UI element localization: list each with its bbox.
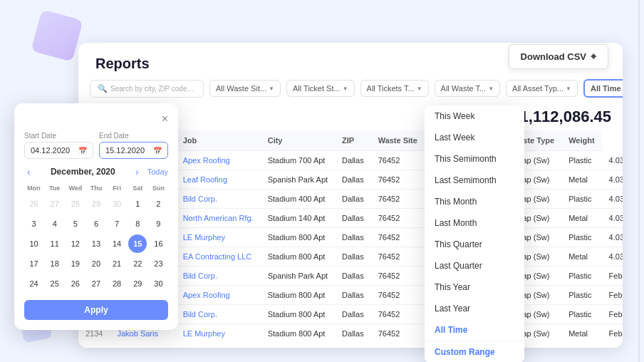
cal-day[interactable]: 12	[66, 234, 85, 253]
cal-day[interactable]: 29	[87, 195, 105, 213]
cal-day[interactable]: 30	[108, 195, 126, 213]
cal-day[interactable]: 11	[46, 234, 64, 253]
waste-site-filter[interactable]: All Waste Sit... ▼	[209, 80, 281, 97]
time-option-last-quarter[interactable]: Last Quarter	[425, 255, 524, 276]
search-placeholder: Search by city, ZIP code, job name, addr…	[110, 85, 196, 93]
end-date-value: 15.12.2020	[105, 146, 145, 155]
download-csv-button[interactable]: Download CSV ⌖	[509, 44, 608, 69]
day-header-thu: Thu	[86, 183, 105, 193]
cell-city-job: Spanish Park Apt	[261, 170, 335, 190]
cal-day[interactable]: 6	[87, 214, 105, 233]
cell-job[interactable]: Bild Corp.	[176, 190, 261, 209]
cell-waste-type: Plastic	[561, 286, 601, 305]
ticket-status-filter[interactable]: All Ticket St... ▼	[286, 80, 355, 97]
cal-day[interactable]: 4	[46, 214, 64, 233]
cell-zip: 76452	[371, 151, 425, 170]
time-option-last-week[interactable]: Last Week	[425, 127, 524, 148]
cell-job[interactable]: North American Rfg.	[176, 209, 261, 228]
cal-day[interactable]: 5	[66, 214, 85, 233]
cal-day[interactable]: 26	[25, 195, 43, 213]
time-filter[interactable]: All Time ▲	[583, 79, 623, 98]
cal-day[interactable]: 13	[87, 234, 105, 253]
cal-day[interactable]: 26	[66, 274, 85, 293]
cal-day[interactable]: 1	[128, 195, 147, 213]
asset-type-filter[interactable]: All Asset Typ... ▼	[506, 80, 578, 97]
cell-city: Dallas	[335, 286, 371, 305]
cell-zip: 76452	[371, 209, 425, 228]
cal-day[interactable]: 24	[25, 274, 43, 293]
day-header-wed: Wed	[66, 183, 85, 193]
start-date-value: 04.12.2020	[31, 146, 70, 155]
cell-job[interactable]: Apex Roofing	[176, 286, 261, 305]
cell-city: Dallas	[335, 267, 371, 286]
cell-weight: Feb 8, 2020	[602, 324, 623, 343]
end-date-input[interactable]: 15.12.2020 📅	[99, 142, 168, 159]
cell-job[interactable]: Bild Corp.	[176, 267, 261, 286]
time-option-last-semimonth[interactable]: Last Semimonth	[425, 170, 524, 191]
prev-month-button[interactable]: ‹	[24, 166, 33, 177]
cal-day[interactable]: 27	[46, 195, 64, 213]
chevron-down-icon: ▼	[269, 86, 274, 92]
all-tickets-filter[interactable]: All Tickets T... ▼	[360, 80, 429, 97]
start-date-input[interactable]: 04.12.2020 📅	[24, 142, 93, 159]
next-month-button[interactable]: ›	[133, 166, 142, 177]
cal-day[interactable]: 9	[149, 214, 167, 233]
cell-job[interactable]: Bild Corp.	[176, 305, 261, 324]
today-link[interactable]: Today	[147, 167, 168, 176]
cell-waste-type: Plastic	[561, 267, 601, 286]
cal-day[interactable]: 20	[87, 254, 105, 273]
cell-weight: 4.030 T	[602, 209, 623, 228]
cell-job[interactable]: EA Contracting LLC	[176, 247, 261, 267]
cell-zip: 76452	[371, 324, 425, 343]
cal-day[interactable]: 7	[108, 214, 126, 233]
time-option-this-semimonth[interactable]: This Semimonth	[425, 148, 524, 170]
cal-day[interactable]: 28	[108, 274, 126, 293]
datepicker-overlay: × Start Date 04.12.2020 📅 End Date 15.12…	[14, 103, 178, 330]
cal-day[interactable]: 19	[66, 254, 85, 273]
time-option-this-quarter[interactable]: This Quarter	[425, 234, 524, 255]
time-option-last-year[interactable]: Last Year	[425, 298, 524, 319]
cell-city-job: Stadium 140 Apt	[261, 209, 335, 228]
cal-day[interactable]: 8	[128, 214, 147, 233]
cal-day[interactable]: 16	[149, 234, 167, 253]
col-waste-site: Waste Site	[371, 130, 425, 151]
cal-day[interactable]: 29	[128, 274, 147, 293]
cal-day[interactable]: 17	[25, 254, 43, 273]
col-job: Job	[176, 130, 261, 151]
cal-day[interactable]: 14	[108, 234, 126, 253]
apply-date-button[interactable]: Apply	[24, 300, 168, 320]
cal-day[interactable]: 22	[128, 254, 147, 273]
cell-zip: 76452	[371, 247, 425, 267]
cal-day[interactable]: 3	[25, 214, 43, 233]
cell-job[interactable]: Leaf Roofing	[176, 170, 261, 190]
time-option-this-month[interactable]: This Month	[425, 191, 524, 212]
close-datepicker-button[interactable]: ×	[162, 113, 168, 125]
cal-day[interactable]: 28	[66, 195, 85, 213]
day-header-tue: Tue	[45, 183, 64, 193]
cell-city: Dallas	[335, 151, 371, 170]
cell-zip: 76452	[371, 170, 425, 190]
cal-day[interactable]: 10	[25, 234, 43, 253]
time-option-last-month[interactable]: Last Month	[425, 212, 524, 234]
cell-job[interactable]: LE Murphey	[176, 228, 261, 247]
cal-day[interactable]: 27	[87, 274, 105, 293]
cal-day[interactable]: 30	[149, 274, 167, 293]
end-date-group: End Date 15.12.2020 📅	[99, 132, 168, 159]
time-option-custom-range[interactable]: Custom Range	[425, 341, 524, 362]
cell-weight: 4.030 T	[602, 170, 623, 190]
chevron-down-icon: ▼	[488, 86, 494, 92]
time-option-this-week[interactable]: This Week	[425, 105, 524, 127]
cal-day[interactable]: 2	[149, 195, 167, 213]
cal-day[interactable]: 23	[149, 254, 167, 273]
cell-job[interactable]: Apex Roofing	[176, 151, 261, 170]
cal-day-today[interactable]: 15	[128, 234, 147, 253]
waste-type-filter[interactable]: All Waste T... ▼	[435, 80, 501, 97]
time-option-all-time[interactable]: All Time	[425, 319, 524, 341]
cal-day[interactable]: 21	[108, 254, 126, 273]
cell-job[interactable]: LE Murphey	[176, 324, 261, 343]
total-amount: $1,112,086.45	[511, 108, 611, 126]
time-option-this-year[interactable]: This Year	[425, 276, 524, 298]
search-input[interactable]: 🔍 Search by city, ZIP code, job name, ad…	[90, 80, 204, 98]
cal-day[interactable]: 25	[46, 274, 64, 293]
cal-day[interactable]: 18	[46, 254, 64, 273]
